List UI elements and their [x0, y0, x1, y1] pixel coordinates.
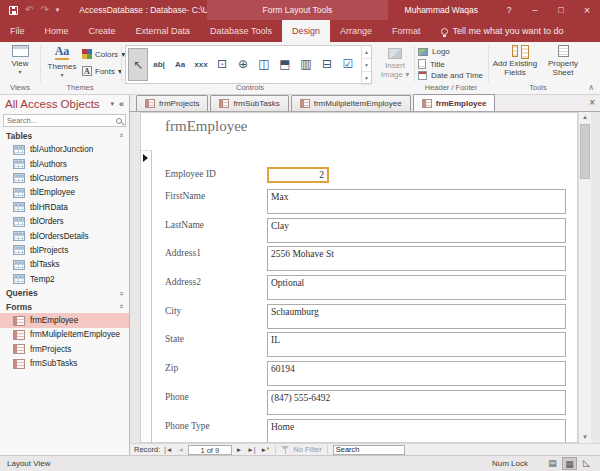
- gallery-scroll-up-icon[interactable]: ▲: [362, 46, 371, 59]
- minimize-button[interactable]: –: [522, 0, 548, 20]
- help-button[interactable]: ?: [496, 0, 522, 20]
- gallery-more-icon[interactable]: ▼: [362, 72, 371, 85]
- tell-me-box[interactable]: Tell me what you want to do: [441, 20, 564, 42]
- collapse-ribbon-icon[interactable]: ∧: [588, 83, 594, 92]
- nav-item-frmprojects[interactable]: frmProjects: [0, 342, 129, 356]
- add-existing-fields-button[interactable]: Add ExistingFields: [492, 45, 538, 77]
- nav-item-frmemployee[interactable]: frmEmployee: [0, 313, 129, 327]
- button-control-icon[interactable]: xxx: [191, 48, 211, 81]
- redo-icon[interactable]: ↷: [40, 5, 48, 15]
- check-box-icon[interactable]: ☑: [338, 48, 358, 81]
- field-input-state[interactable]: IL: [267, 332, 566, 357]
- no-filter-button[interactable]: No Filter: [293, 445, 321, 454]
- field-input-zip[interactable]: 60194: [267, 361, 566, 386]
- nav-item-tblcustomers[interactable]: tblCustomers: [0, 171, 129, 185]
- nav-item-tblhrdata[interactable]: tblHRData: [0, 200, 129, 214]
- ribbon-tab-create[interactable]: Create: [79, 20, 126, 42]
- nav-pane-menu-icon[interactable]: ▾: [110, 100, 114, 108]
- document-tab-frmemployee[interactable]: frmEmployee: [413, 94, 496, 111]
- record-search-input[interactable]: [333, 445, 405, 455]
- nav-item-frmmulipleitememployee[interactable]: frmMulipleItemEmployee: [0, 328, 129, 342]
- date-and-time-button[interactable]: Date and Time: [418, 71, 483, 80]
- property-sheet-button[interactable]: PropertySheet: [540, 45, 586, 77]
- nav-item-tblorders[interactable]: tblOrders: [0, 214, 129, 228]
- ribbon-tab-external-data[interactable]: External Data: [126, 20, 201, 42]
- web-browser-control-icon[interactable]: ◫: [254, 48, 274, 81]
- logo-button[interactable]: Logo: [418, 47, 450, 56]
- expand-group-icon[interactable]: «: [116, 291, 125, 295]
- field-input-lastname[interactable]: Clay: [267, 218, 566, 243]
- gallery-scroll-down-icon[interactable]: ▼: [362, 59, 371, 72]
- nav-item-tblprojects[interactable]: tblProjects: [0, 243, 129, 257]
- field-input-phone[interactable]: (847) 555-6492: [267, 390, 566, 415]
- design-view-icon[interactable]: ◺: [579, 457, 594, 470]
- scroll-up-icon[interactable]: ▲: [579, 112, 591, 123]
- label-control-icon[interactable]: Aa: [170, 48, 190, 81]
- field-input-phone-type[interactable]: Home: [267, 419, 566, 444]
- collapse-group-icon[interactable]: «: [116, 134, 125, 138]
- previous-record-button[interactable]: ◄: [176, 446, 184, 453]
- nav-pane-title[interactable]: All Access Objects: [5, 98, 110, 110]
- hyperlink-icon[interactable]: ⊕: [233, 48, 253, 81]
- last-record-button[interactable]: ►|: [246, 446, 256, 453]
- text-box-icon[interactable]: ab|: [149, 48, 169, 81]
- scrollbar-thumb[interactable]: [580, 124, 590, 179]
- colors-button[interactable]: Colors ▾: [82, 49, 125, 59]
- layout-view-icon[interactable]: ▦: [562, 457, 577, 470]
- fonts-button[interactable]: A Fonts ▾: [82, 66, 122, 76]
- nav-item-tblemployee[interactable]: tblEmployee: [0, 186, 129, 200]
- close-document-icon[interactable]: ×: [589, 97, 595, 108]
- title-button[interactable]: Title: [418, 59, 445, 69]
- shutter-bar-icon[interactable]: «: [119, 99, 124, 109]
- document-tab-frmsubtasks[interactable]: frmSubTasks: [210, 95, 288, 111]
- ribbon-tab-design[interactable]: Design: [282, 20, 330, 42]
- undo-icon[interactable]: ↶: [25, 5, 33, 15]
- field-input-address1[interactable]: 2556 Mohave St: [267, 246, 566, 271]
- nav-group-queries[interactable]: Queries«: [0, 286, 129, 300]
- scroll-down-icon[interactable]: ▼: [579, 432, 591, 443]
- ribbon-tab-arrange[interactable]: Arrange: [330, 20, 382, 42]
- save-icon[interactable]: [9, 6, 18, 15]
- nav-item-temp2[interactable]: Temp2: [0, 272, 129, 286]
- ribbon-tab-file[interactable]: File: [0, 20, 35, 42]
- nav-search-input[interactable]: [7, 116, 116, 125]
- navigation-control-icon[interactable]: ⬒: [275, 48, 295, 81]
- nav-group-forms[interactable]: Forms«: [0, 300, 129, 314]
- first-record-button[interactable]: |◄: [163, 446, 173, 453]
- nav-group-tables[interactable]: Tables«: [0, 129, 129, 143]
- themes-button[interactable]: Aa Themes ▾: [46, 45, 78, 78]
- nav-item-tblordersdetails[interactable]: tblOrdersDetails: [0, 229, 129, 243]
- form-title[interactable]: frmEmployee: [165, 118, 247, 135]
- account-name[interactable]: Muhammad Waqas: [405, 5, 478, 15]
- nav-item-frmsubtasks[interactable]: frmSubTasks: [0, 357, 129, 371]
- subform-icon[interactable]: ▥: [296, 48, 316, 81]
- field-input-address2[interactable]: Optional: [267, 275, 566, 300]
- nav-item-tbltasks[interactable]: tblTasks: [0, 258, 129, 272]
- nav-item-tblauthors[interactable]: tblAuthors: [0, 157, 129, 171]
- new-record-button[interactable]: ►*: [259, 446, 270, 453]
- field-input-firstname[interactable]: Max: [267, 189, 566, 214]
- view-button[interactable]: View ▾: [4, 45, 36, 75]
- maximize-button[interactable]: □: [548, 0, 574, 20]
- nav-item-tblauthorjunction[interactable]: tblAuthorJunction: [0, 143, 129, 157]
- record-position[interactable]: 1 of 9: [188, 445, 232, 455]
- ribbon-tab-home[interactable]: Home: [35, 20, 79, 42]
- field-input-city[interactable]: Schaumburg: [267, 304, 566, 329]
- document-tab-frmprojects[interactable]: frmProjects: [136, 95, 208, 111]
- qat-customize-icon[interactable]: ▾: [56, 6, 60, 14]
- select-icon[interactable]: ↖: [128, 48, 148, 81]
- form-view-icon[interactable]: ▤: [545, 457, 560, 470]
- ribbon-tab-format[interactable]: Format: [382, 20, 431, 42]
- close-button[interactable]: ×: [574, 0, 600, 20]
- tab-control-icon[interactable]: ⊡: [212, 48, 232, 81]
- combo-box-icon[interactable]: ⊟: [317, 48, 337, 81]
- ribbon-tab-database-tools[interactable]: Database Tools: [200, 20, 282, 42]
- document-tab-frmmulipleitememployee[interactable]: frmMulipleItemEmployee: [291, 95, 411, 111]
- nav-search-box[interactable]: [3, 114, 126, 127]
- collapse-group-icon[interactable]: «: [116, 304, 125, 308]
- insert-image-button[interactable]: Insert Image ▾: [378, 48, 412, 79]
- field-input-employee-id[interactable]: 2: [267, 167, 329, 183]
- gallery-scroll[interactable]: ▲ ▼ ▼: [361, 46, 371, 83]
- filter-icon[interactable]: [281, 446, 290, 454]
- vertical-scrollbar[interactable]: ▲ ▼: [578, 112, 591, 443]
